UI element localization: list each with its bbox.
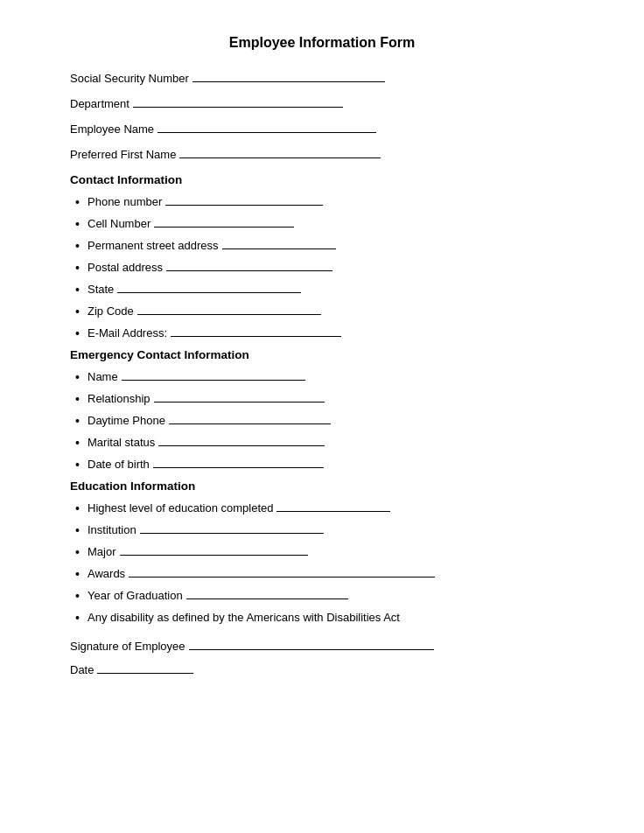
section-heading: Emergency Contact Information [70, 348, 574, 361]
form-field: Employee Name [70, 122, 574, 136]
field-label: Date [70, 663, 94, 676]
field-line [117, 292, 301, 293]
field-label: Institution [88, 523, 136, 536]
page-title: Employee Information Form [70, 35, 574, 51]
field-label: Permanent street address [88, 239, 219, 252]
field-line [133, 107, 343, 108]
list-item: State [70, 283, 574, 296]
field-label: E-Mail Address: [88, 326, 167, 340]
top-fields-section: Social Security Number Department Employ… [70, 72, 574, 624]
field-line [179, 158, 381, 158]
section: Emergency Contact InformationName Relati… [70, 348, 574, 471]
field-line [171, 336, 341, 337]
field-line [122, 380, 305, 381]
field-line [129, 577, 435, 578]
field-label: Daytime Phone [88, 414, 165, 427]
field-label: Marital status [88, 436, 155, 449]
field-line [140, 533, 324, 534]
form-field: Social Security Number [70, 72, 574, 85]
field-label: Highest level of education completed [88, 501, 273, 514]
field-label: Any disability as defined by the America… [88, 611, 400, 624]
list-item: E-Mail Address: [70, 326, 574, 340]
list-item: Marital status [70, 436, 574, 449]
field-label: Date of birth [88, 458, 150, 471]
field-line [192, 81, 385, 82]
field-label: Major [88, 545, 116, 558]
field-line [165, 205, 323, 206]
field-label: Department [70, 97, 130, 110]
signature-field: Signature of Employee [70, 640, 574, 653]
list-item: Any disability as defined by the America… [70, 611, 574, 624]
list-item: Postal address [70, 261, 574, 274]
list-item: Relationship [70, 392, 574, 405]
list-item: Highest level of education completed [70, 501, 574, 514]
list-item: Permanent street address [70, 239, 574, 252]
bullet-list: Name Relationship Daytime Phone Marital … [70, 370, 574, 471]
field-line [222, 248, 336, 249]
field-label: Preferred First Name [70, 148, 176, 161]
bullet-list: Highest level of education completed Ins… [70, 501, 574, 624]
signature-field: Date [70, 663, 574, 676]
field-label: Employee Name [70, 122, 154, 136]
list-item: Phone number [70, 195, 574, 208]
field-line [120, 555, 308, 556]
field-label: Social Security Number [70, 72, 189, 85]
section: Education InformationHighest level of ed… [70, 480, 574, 624]
field-line [137, 314, 321, 315]
field-line [158, 132, 376, 133]
list-item: Date of birth [70, 458, 574, 471]
section: Contact InformationPhone number Cell Num… [70, 173, 574, 340]
section-heading: Education Information [70, 480, 574, 493]
field-line [97, 673, 193, 674]
field-label: Signature of Employee [70, 640, 186, 653]
field-line [189, 649, 434, 650]
section-heading: Contact Information [70, 173, 574, 186]
bullet-list: Phone number Cell Number Permanent stree… [70, 195, 574, 340]
field-label: Cell Number [88, 217, 150, 230]
list-item: Cell Number [70, 217, 574, 230]
field-line [154, 402, 325, 402]
list-item: Name [70, 370, 574, 383]
list-item: Year of Graduation [70, 589, 574, 602]
form-field: Department [70, 97, 574, 110]
field-label: Zip Code [88, 304, 134, 318]
field-line [154, 227, 294, 228]
field-label: Phone number [88, 195, 162, 208]
list-item: Awards [70, 567, 574, 580]
field-label: Year of Graduation [88, 589, 183, 602]
field-line [153, 467, 324, 468]
field-line [166, 270, 332, 271]
list-item: Institution [70, 523, 574, 536]
signature-section: Signature of Employee Date [70, 640, 574, 676]
list-item: Daytime Phone [70, 414, 574, 427]
field-label: State [88, 283, 114, 296]
field-line [276, 511, 390, 512]
field-label: Name [88, 370, 118, 383]
list-item: Major [70, 545, 574, 558]
field-line [158, 445, 325, 446]
list-item: Zip Code [70, 304, 574, 318]
field-line [169, 424, 331, 424]
form-field: Preferred First Name [70, 148, 574, 161]
field-label: Awards [88, 567, 125, 580]
field-label: Relationship [88, 392, 150, 405]
field-line [186, 598, 348, 599]
field-label: Postal address [88, 261, 163, 274]
